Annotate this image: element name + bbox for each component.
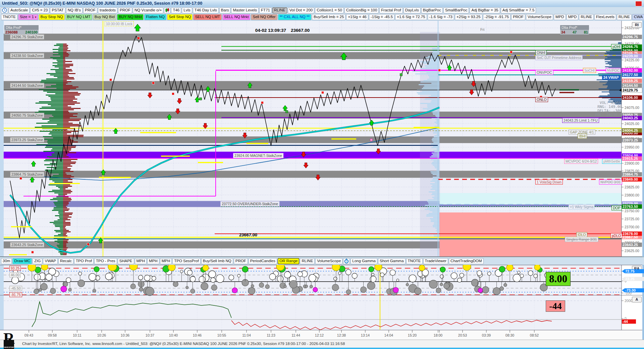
toolbar-button-nq-ib-s[interactable]: NQ IB's <box>66 7 83 13</box>
toolbar-button-bars[interactable]: Bars <box>219 7 231 13</box>
price-tick: 23625.00 <box>625 249 639 253</box>
toolbar-button-flatten-nq[interactable]: Flatten NQ <box>144 14 166 20</box>
toolbar-button-30m[interactable]: 30m <box>1 258 12 264</box>
toolbar-button-autoscale[interactable]: AutoScale <box>9 7 30 13</box>
toolbar-button--cxl-all-nq-[interactable]: ** CXL ALL NQ ** <box>278 14 311 20</box>
toolbar-button-mph[interactable]: MPH <box>147 258 159 264</box>
toolbar-button-adj-bigbar-35[interactable]: Adj BigBar = 35 <box>470 7 500 13</box>
toolbar-button-short-gamma[interactable]: Short Gamma <box>378 258 406 264</box>
toolbar-button-bigbarpoc[interactable]: BigBarPoc <box>421 7 443 13</box>
toolbar-button-nq-vcandle-o-[interactable]: NQ Vcandle o/+ <box>133 7 164 13</box>
toolbar-button-prof[interactable]: PROF <box>511 14 525 20</box>
toolbar-button--2sig-91-75[interactable]: -2Sig = -91.75 <box>483 14 511 20</box>
toolbar-button-periodcandles[interactable]: PeriodCandles <box>249 258 277 264</box>
toolbar-button-flexlevels[interactable]: FlexLevels <box>594 14 616 20</box>
toolbar-button-fractal-prof[interactable]: Fractal Prof <box>379 7 402 13</box>
price-tick: 24300.00 <box>625 34 639 38</box>
toolbar-button-vwap[interactable]: VWAP <box>43 258 57 264</box>
toolbar-button-tpo-prof[interactable]: TPO Prof <box>74 258 94 264</box>
toolbar-button-sell-stop-nq[interactable]: Sell Stop NQ <box>167 14 193 20</box>
toolbar-button-t46[interactable]: T46 <box>171 7 181 13</box>
toolbar-button-prof[interactable]: PROF <box>83 7 97 13</box>
close-button[interactable] <box>635 1 642 6</box>
toolbar-bottom: 30mDraw MCZIGVWAPRecalcTPO ProfTPO - Pre… <box>0 257 644 265</box>
toolbar-button-adj-smallbar-7-5[interactable]: Adj SmallBar = 7.5 <box>501 7 536 13</box>
price-tick: 23875.00 <box>625 169 639 173</box>
toolbar-button-shape[interactable]: SHAPE <box>118 258 134 264</box>
toolbar-button-buy-nq-bid[interactable]: Buy NQ Bid <box>93 14 116 20</box>
toolbar-button-tpo-sessprof[interactable]: TPO SessProf <box>172 258 201 264</box>
clock-icon[interactable] <box>1 7 8 13</box>
title-bar[interactable]: Untitled_503: @NQ# (0.25x30) E-MINI NASD… <box>0 0 644 7</box>
panel-scale-tick: -100 <box>625 291 632 295</box>
time-tick: 20:53 <box>458 333 467 337</box>
toolbar-button-sell-nq-mrkt[interactable]: SELL NQ Mrkt <box>222 14 251 20</box>
toolbar-button--1sig-46[interactable]: +1Sig = 46 <box>346 14 368 20</box>
toolbar-button--1-6-sig-73[interactable]: -1.6 Sig = -73 <box>428 14 454 20</box>
toolbar-button-buy-sell-imb-nq[interactable]: Buy/Sell Imb NQ <box>201 258 233 264</box>
cursor-readout: 04-02 13:09:3723667.00 <box>253 28 312 33</box>
delta-right-v2: 47 <box>573 30 577 35</box>
toolbar-button-ft71[interactable]: FT71 <box>259 7 272 13</box>
toolbar-button--1-6-sig-72-75[interactable]: +1.6 Sig = 72.75 <box>395 14 427 20</box>
toolbar-button-pstat[interactable]: PSTAT <box>50 7 65 13</box>
time-tick: 15:20 <box>408 333 417 337</box>
toolbar-button--2sig-93-25[interactable]: +2Sig = 93.25 <box>455 14 482 20</box>
toolbar-button-recalc[interactable]: Recalc <box>58 258 73 264</box>
toolbar-button-lvls[interactable]: Lvls <box>182 7 192 13</box>
chart-canvas[interactable]: 09:4309:5810:1110:2610:3610:3710:4010:46… <box>0 0 644 349</box>
toolbar-button-tnote[interactable]: TNOTE <box>406 258 423 264</box>
toolbar-button-rline[interactable]: RLINE <box>617 14 632 20</box>
toolbar-button-mpd[interactable]: MPD <box>554 14 566 20</box>
toolbar-button-mph[interactable]: MPH <box>160 258 172 264</box>
toolbar-button-rline[interactable]: RLINE <box>300 258 315 264</box>
toolbar-button-size-1[interactable]: Size = 1 ▾ <box>18 14 38 20</box>
time-tick: 11:23 <box>267 333 275 337</box>
time-tick: 12:12 <box>315 333 324 337</box>
toolbar-button-buy-nq-lmt[interactable]: BUY NQ LMT <box>65 14 92 20</box>
toolbar-button-volumescope[interactable]: VolumeScope <box>526 14 553 20</box>
price-tick: 23950.00 <box>625 145 639 149</box>
toolbar-button-zig[interactable]: ZIG <box>33 258 42 264</box>
toolbar-button-master-levels[interactable]: Master Levels <box>231 7 259 13</box>
toolbar-button-smallbarpoc[interactable]: SmallBarPoc <box>443 7 469 13</box>
toolbar-button-cwa[interactable]: CWA <box>632 14 644 20</box>
toolbar-button-tradedots[interactable]: tradedots <box>98 7 117 13</box>
toolbar-button-rline[interactable]: RLINE <box>272 7 287 13</box>
toolbar-button-sell-nq-lmt[interactable]: SELL NQ LMT <box>193 14 221 20</box>
toolbar-button-c-5-23[interactable]: C#5 = 23 <box>30 7 49 13</box>
toolbar-button-sell-nq-offer[interactable]: Sell NQ Offer <box>251 14 277 20</box>
toolbar-top: AutoScaleC#5 = 23PSTATNQ IB'sPROFtradedo… <box>0 7 644 14</box>
toolbar-button-mph[interactable]: MPH <box>135 258 147 264</box>
time-tick: 08:30 <box>505 333 514 337</box>
toolbar-button-collision1-50[interactable]: Collision1 = 50 <box>315 7 344 13</box>
toolbar-button-tradeviewer[interactable]: TradeViewer <box>423 258 448 264</box>
delta-sell-total: 236088 <box>5 30 18 35</box>
toolbar-button-or-range[interactable]: OR Range <box>278 258 299 264</box>
toolbar-button-buy-stop-nq[interactable]: Buy Stop NQ <box>39 14 65 20</box>
toolbar-button-prof[interactable]: PROF <box>118 7 132 13</box>
toolbar-button-volumescope[interactable]: VolumeScope <box>315 258 342 264</box>
toolbar-button-rline[interactable]: RLINE <box>579 14 594 20</box>
toolbar-button-long-gamma[interactable]: Long Gamma <box>351 258 377 264</box>
toolbar-button-tnote[interactable]: TNOTE <box>1 14 17 20</box>
toolbar-button-collisionbig-100[interactable]: CollisionBig = 100 <box>344 7 379 13</box>
toolbar-button-draw-mc[interactable]: Draw MC <box>12 258 32 264</box>
time-tick: 13:14 <box>361 333 370 337</box>
toolbar-button-t46-day-lvls[interactable]: T46 Day Lvls <box>193 7 219 13</box>
panel-scale-tick: 0 <box>625 316 627 321</box>
toolbar-button-charttradingdom[interactable]: ChartTradingDOM <box>449 258 484 264</box>
toolbar-button-buy-nq-mrkt[interactable]: BUY NQ Mrkt <box>117 14 144 20</box>
time-tick: 10:40 <box>169 333 178 337</box>
candle-icon[interactable] <box>164 7 170 13</box>
toolbar-button-tpo-pres[interactable]: TPO - Pres <box>94 258 117 264</box>
toolbar-button-daylvls[interactable]: DayLvls <box>404 7 421 13</box>
stopwatch-icon[interactable] <box>343 258 350 264</box>
toolbar-button-buy-sell-imb-25[interactable]: Buy/Sell Imb = 25 <box>312 14 345 20</box>
time-tick: 10:11 <box>73 333 82 337</box>
toolbar-button-prof[interactable]: PROF <box>234 258 248 264</box>
panel-scale-tick: 2000 <box>625 299 633 303</box>
toolbar-button--1sig-45-5[interactable]: -1Sig = -45.5 <box>369 14 394 20</box>
toolbar-button-vol-dot-200[interactable]: Vol Dot = 200 <box>288 7 314 13</box>
toolbar-button-mpd[interactable]: MPD <box>567 14 579 20</box>
